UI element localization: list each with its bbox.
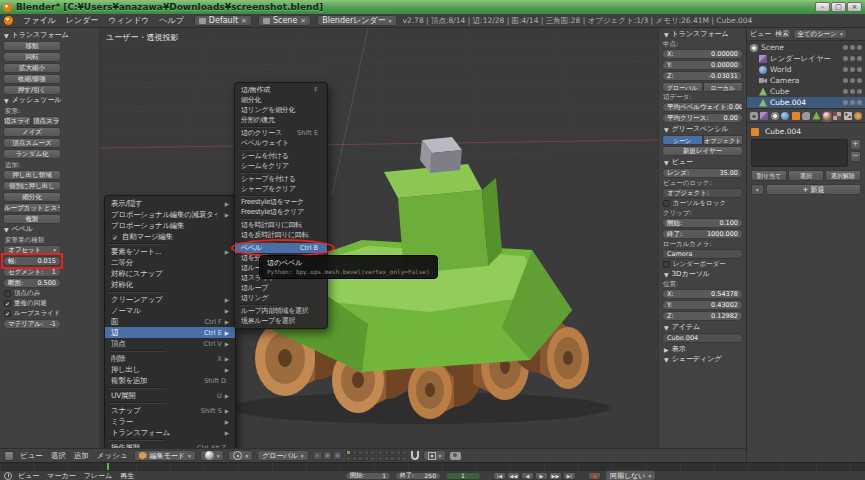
menu-item[interactable]: トランスフォーム ▶ [105, 427, 235, 438]
menu-item[interactable]: 分割の復元 [235, 115, 327, 125]
properties-tab[interactable] [854, 110, 863, 122]
tool-button[interactable]: 頂点スムーズ [3, 138, 61, 148]
outliner-menu-item[interactable]: 検索 [775, 29, 789, 39]
window-control-button[interactable]: × [847, 2, 862, 12]
menu-item[interactable]: クリーンアップ ▶ [105, 294, 235, 305]
menu-item[interactable]: シャープをクリア [235, 184, 327, 194]
properties-tab[interactable] [770, 110, 779, 122]
space-toggle-button[interactable]: グローバル [662, 82, 703, 92]
grease-source-button[interactable]: シーン [662, 135, 703, 145]
outliner-menu-item[interactable]: ビュー [750, 29, 771, 39]
tool-button[interactable]: 收縮/膨張 [3, 74, 61, 84]
menu-item[interactable]: シームを付ける [235, 151, 327, 161]
tool-button[interactable]: 細分化 [3, 192, 61, 202]
timeline-menu-item[interactable]: 再生 [118, 471, 136, 480]
timeline-editor-icon[interactable] [4, 472, 12, 480]
menu-item[interactable]: ベベル Ctrl B [235, 243, 327, 253]
panel-header-mesh-tools[interactable]: ▼ メッシュツール [2, 95, 99, 105]
tool-button[interactable]: 回転 [3, 52, 61, 62]
menu-item[interactable]: Freestyle辺をマーク [235, 197, 327, 207]
window-control-button[interactable]: □ [831, 2, 846, 12]
menu-item[interactable]: ✓ 自動マージ編集 [105, 231, 235, 242]
menu-item[interactable]: 境界ループを選択 [235, 316, 327, 326]
tool-button[interactable]: ランダム化 [3, 149, 61, 159]
menu-item[interactable]: 要素をソート... ▶ [105, 246, 235, 257]
tool-button[interactable]: 頂点スライド [32, 116, 60, 126]
panel-header-shading[interactable]: ▼シェーディング [662, 354, 743, 364]
timeline-menu-item[interactable]: ビュー [16, 471, 41, 480]
menu-item[interactable]: 表示/隠す ▶ [105, 198, 235, 209]
panel-header-view[interactable]: ▼ビュー [662, 157, 743, 167]
timeline-menu-item[interactable]: マーカー [45, 471, 77, 480]
tool-button[interactable]: ノイズ [3, 127, 61, 137]
shading-dropdown[interactable]: ▾ [200, 450, 225, 461]
bevel-material-field[interactable]: マテリアル: -1 [3, 319, 61, 329]
menu-item[interactable]: ミラー ▶ [105, 416, 235, 427]
bevel-amount-type-dropdown[interactable]: オフセット ▾ [3, 245, 61, 255]
sync-dropdown[interactable]: 同期しない ▾ [605, 470, 656, 480]
outliner-row[interactable]: World [747, 64, 865, 75]
tool-button[interactable]: 押し出し領域 [3, 170, 61, 180]
blender-menu-icon[interactable] [4, 16, 13, 25]
menu-item[interactable]: ベベルウェイト [235, 138, 327, 148]
screen-layout-selector[interactable]: Default ✕ [194, 15, 252, 26]
tool-button[interactable]: 移動 [3, 41, 61, 51]
cursor-axis-field[interactable]: X:0.54378 [662, 289, 743, 299]
bevel-width-field[interactable]: 幅: 0.015 [3, 256, 61, 266]
menu-item[interactable]: 面 Ctrl F ▶ [105, 316, 235, 327]
menu-item[interactable]: 押し出し ▶ [105, 364, 235, 375]
properties-tab[interactable] [833, 110, 842, 122]
auto-keyframe-record-button[interactable]: ● [588, 472, 601, 480]
cursor-axis-field[interactable]: Z:0.12982 [662, 311, 743, 321]
menu-item[interactable]: 二等分 [105, 257, 235, 268]
render-border-checkbox[interactable]: レンダーボーダー [663, 260, 743, 269]
view3d-menu-item[interactable]: 選択 [49, 451, 68, 461]
menu-item[interactable]: 辺を時計回りに回転 [235, 220, 327, 230]
menu-item[interactable]: 削除 X ▶ [105, 353, 235, 364]
panel-header-item[interactable]: ▼アイテム [662, 322, 743, 332]
median-axis-field[interactable]: X:0.00000 [662, 49, 743, 59]
menu-item[interactable]: 辺を反時計回りに回転 [235, 230, 327, 240]
bevel-segments-field[interactable]: セグメント: 1 [3, 267, 61, 277]
material-slot-list[interactable] [751, 139, 848, 167]
bevel-vertex-only-checkbox[interactable]: 頂点のみ [4, 289, 99, 298]
menu-item[interactable]: UV展開 U ▶ [105, 390, 235, 401]
outliner-row[interactable]: Cube [747, 86, 865, 97]
mode-dropdown[interactable]: 編集モード ▾ [134, 450, 196, 461]
menu-item[interactable]: プロポーショナル編集の減衰タイプ ▶ [105, 209, 235, 220]
outliner-display-mode-dropdown[interactable]: 全てのシーン ▾ [793, 29, 846, 39]
menu-item[interactable]: 辺ループ [235, 283, 327, 293]
clip-end-field[interactable]: 終了:1000.000 [662, 229, 743, 239]
remove-slot-button[interactable]: − [850, 151, 861, 162]
menu-item[interactable]: ループ内部領域を選択 [235, 306, 327, 316]
frame-end-field[interactable]: 終了:250 [395, 472, 441, 480]
add-slot-button[interactable]: + [850, 139, 861, 150]
frame-start-field[interactable]: 開始:1 [345, 472, 391, 480]
menu-item[interactable]: 操作履歴... Ctrl Alt Z [105, 442, 235, 448]
menu-item[interactable]: シャープを付ける [235, 174, 327, 184]
material-action-button[interactable]: 選択 [788, 170, 824, 181]
bevel-loop-slide-checkbox[interactable]: ✓ ループスライド [4, 309, 99, 318]
menu-item[interactable]: ノーマル ▶ [105, 305, 235, 316]
properties-tab[interactable] [801, 110, 810, 122]
view3d-menu-item[interactable]: ビュー [18, 451, 45, 461]
menu-item[interactable]: 対称化 [105, 279, 235, 290]
panel-header-grease-pencil[interactable]: ▼グリースペンシル [662, 124, 743, 134]
lens-field[interactable]: レンズ:35.00 [662, 168, 743, 178]
median-axis-field[interactable]: Z:-0.03031 [662, 71, 743, 81]
restrict-toggles[interactable] [843, 78, 862, 83]
restrict-toggles[interactable] [843, 67, 862, 72]
tool-button[interactable]: ループカットとスライド [3, 203, 61, 213]
panel-header-transform-n[interactable]: ▼トランスフォーム [662, 29, 743, 39]
menu-item[interactable]: 辺 Ctrl E ▶ [105, 327, 235, 338]
playback-button[interactable]: ▶| [563, 472, 576, 480]
info-menu-item[interactable]: ウィンドウ [104, 14, 153, 27]
menu-item[interactable]: スナップ Shift S ▶ [105, 405, 235, 416]
properties-tab[interactable] [822, 110, 831, 122]
properties-tab[interactable] [812, 110, 821, 122]
outliner-row[interactable]: Cube.004 [747, 97, 865, 108]
pivot-dropdown[interactable]: ▾ [228, 450, 253, 461]
menu-item[interactable]: Freestyle辺をクリア [235, 207, 327, 217]
menu-item[interactable]: プロポーショナル編集 [105, 220, 235, 231]
snap-element-dropdown[interactable]: ▾ [423, 450, 447, 461]
